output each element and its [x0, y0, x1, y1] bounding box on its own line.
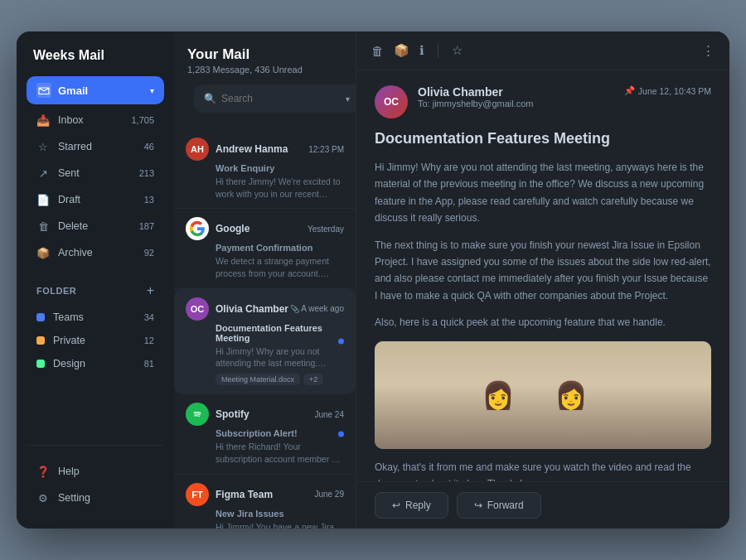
sidebar-item-inbox[interactable]: 📥 Inbox 1,705 — [27, 108, 164, 133]
reply-label: Reply — [405, 500, 431, 511]
sent-count: 213 — [139, 168, 154, 178]
sidebar: Weeks Mail Gmail ▾ 📥 Inbox 1,705 ☆ Starr… — [17, 31, 174, 529]
search-input[interactable] — [221, 93, 346, 104]
gmail-button[interactable]: Gmail ▾ — [27, 76, 164, 104]
mail-body-paragraph-4: Okay, that's it from me and make sure yo… — [375, 459, 711, 481]
folder-header: Folder + — [27, 280, 164, 302]
star-icon: ☆ — [36, 140, 50, 153]
sidebar-item-draft[interactable]: 📄 Draft 13 — [27, 187, 164, 212]
search-dropdown-icon[interactable]: ▾ — [346, 94, 350, 104]
starred-label: Starred — [58, 141, 144, 152]
folder-item-design[interactable]: Design 81 — [27, 353, 164, 374]
gmail-label: Gmail — [58, 84, 150, 97]
chevron-down-icon: ▾ — [150, 86, 154, 95]
help-icon: ❓ — [36, 465, 50, 478]
archive-icon: 📦 — [36, 246, 50, 259]
mail-body-paragraph-3: Also, here is a quick peek at the upcomi… — [375, 314, 711, 331]
search-icon: 🔍 — [204, 93, 216, 104]
starred-count: 46 — [144, 142, 154, 152]
sidebar-item-sent[interactable]: ↗ Sent 213 — [27, 161, 164, 186]
trash-toolbar-icon[interactable]: 🗑 — [371, 44, 384, 58]
time-andrew: 12:23 PM — [308, 145, 344, 154]
mail-item-olivia[interactable]: OC Olivia Chamber 📎A week ago Documentat… — [174, 289, 356, 394]
subject-andrew: Work Enquiry — [186, 163, 344, 173]
design-color-dot — [36, 360, 45, 368]
teams-count: 34 — [144, 312, 154, 322]
toolbar-separator-1 — [438, 43, 438, 58]
avatar-google — [186, 217, 209, 240]
archive-label: Archive — [58, 247, 144, 258]
gmail-icon — [36, 83, 51, 98]
sidebar-item-settings[interactable]: ⚙ Setting — [27, 485, 164, 510]
subject-google: Payment Confirmation — [186, 243, 344, 253]
mail-list-panel: Your Mail 1,283 Message, 436 Unread 🔍 ▾ … — [174, 31, 356, 529]
sender-google: Google — [216, 223, 308, 234]
folder-item-private[interactable]: Private 12 — [27, 330, 164, 351]
forward-button[interactable]: ↪ Forward — [457, 492, 541, 519]
preview-andrew: Hi there Jimmy! We're excited to work wi… — [186, 176, 344, 200]
search-row: 🔍 ▾ ✏ — [174, 84, 356, 123]
draft-icon: 📄 — [36, 193, 50, 206]
mail-subject-title: Documentation Features Meeting — [375, 130, 711, 147]
archive-toolbar-icon[interactable]: 📦 — [394, 43, 409, 58]
avatar-spotify — [186, 403, 209, 426]
mail-item-figma[interactable]: FT Figma Team June 29 New Jira Issues Hi… — [174, 475, 356, 529]
sent-label: Sent — [58, 167, 139, 179]
info-toolbar-icon[interactable]: ℹ — [419, 43, 424, 58]
sidebar-item-delete[interactable]: 🗑 Delete 187 — [27, 214, 164, 239]
time-figma: June 29 — [314, 490, 344, 499]
inbox-label: Inbox — [58, 114, 131, 126]
inbox-icon: 📥 — [36, 113, 50, 127]
mail-item-andrew[interactable]: AH Andrew Hanma 12:23 PM Work Enquiry Hi… — [174, 129, 356, 209]
pin-icon: 📌 — [624, 85, 635, 96]
folder-item-teams[interactable]: Teams 34 — [27, 307, 164, 328]
add-folder-button[interactable]: + — [147, 283, 154, 298]
folder-header-label: Folder — [36, 286, 76, 296]
time-olivia: 📎A week ago — [290, 304, 344, 313]
more-toolbar-icon[interactable]: ⋮ — [702, 43, 715, 58]
sidebar-item-starred[interactable]: ☆ Starred 46 — [27, 134, 164, 159]
reply-button[interactable]: ↩ Reply — [375, 492, 448, 519]
avatar-figma: FT — [186, 483, 209, 506]
draft-label: Draft — [58, 194, 144, 205]
star-toolbar-icon[interactable]: ☆ — [452, 43, 463, 58]
settings-label: Setting — [58, 492, 154, 504]
mail-sender-header: OC Olivia Chamber To: jimmyshelby@gmail.… — [375, 85, 711, 118]
mail-actions: ↩ Reply ↪ Forward — [356, 481, 729, 529]
mail-body-paragraph-1: Hi Jimmy! Why are you not attending the … — [375, 159, 711, 227]
sender-info: Olivia Chamber To: jimmyshelby@gmail.com — [418, 85, 624, 109]
unread-dot-olivia — [338, 338, 344, 344]
time-spotify: June 24 — [314, 410, 344, 419]
private-count: 12 — [144, 336, 154, 345]
help-label: Help — [58, 466, 154, 477]
delete-label: Delete — [58, 220, 139, 232]
mail-item-spotify[interactable]: Spotify June 24 Subscription Alert! Hi t… — [174, 394, 356, 474]
teams-label: Teams — [53, 311, 144, 323]
mail-list-subtitle: 1,283 Message, 436 Unread — [187, 65, 342, 75]
attachment-tag-1: Meeting Material.docx — [216, 374, 300, 385]
draft-count: 13 — [144, 195, 154, 205]
design-count: 81 — [144, 359, 154, 369]
time-google: Yesterday — [308, 224, 344, 234]
mail-list-title: Your Mail — [187, 46, 342, 63]
subject-olivia: Documentation Features Meeting — [186, 323, 344, 343]
sender-figma: Figma Team — [216, 489, 314, 500]
sender-andrew: Andrew Hanma — [216, 143, 308, 155]
mail-body-paragraph-2: The next thing is to make sure you finis… — [375, 237, 711, 305]
design-label: Design — [53, 358, 144, 369]
folder-section: Folder + Teams 34 Private 12 Design 81 — [27, 280, 164, 376]
delete-count: 187 — [139, 221, 154, 231]
sidebar-item-archive[interactable]: 📦 Archive 92 — [27, 240, 164, 265]
preview-olivia: Hi Jimmy! Why are you not attending the … — [186, 345, 344, 369]
mail-items-list: AH Andrew Hanma 12:23 PM Work Enquiry Hi… — [174, 129, 356, 529]
mail-list-header: Your Mail 1,283 Message, 436 Unread — [174, 31, 356, 84]
sidebar-item-help[interactable]: ❓ Help — [27, 459, 164, 484]
private-color-dot — [36, 336, 45, 345]
mail-item-google[interactable]: Google Yesterday Payment Confirmation We… — [174, 209, 356, 288]
date-text: June 12, 10:43 PM — [638, 86, 711, 96]
app-title: Weeks Mail — [27, 48, 164, 63]
attachment-tag-more: +2 — [303, 374, 323, 385]
preview-figma: Hi Jimmy! You have a new Jira Issues fro… — [186, 521, 344, 529]
preview-spotify: Hi there Richard! Your subscription acco… — [186, 441, 344, 465]
subject-figma: New Jira Issues — [186, 509, 344, 519]
